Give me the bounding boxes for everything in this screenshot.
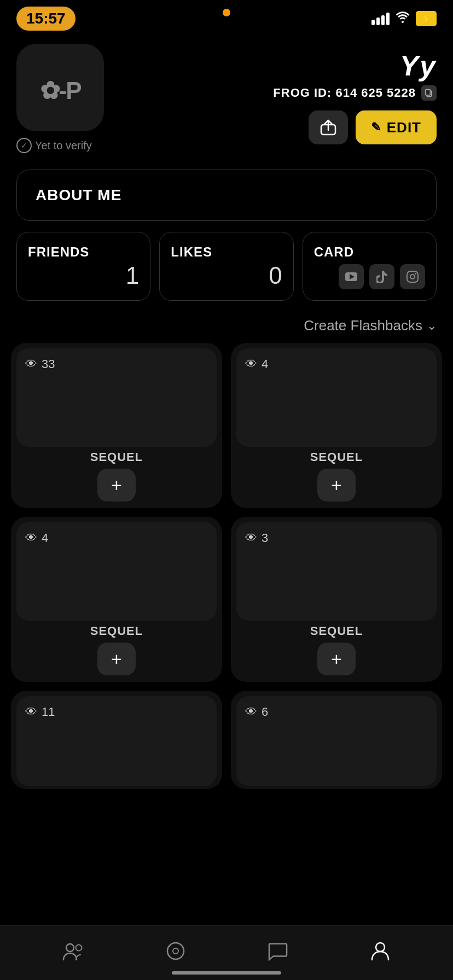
frog-id-row: FROG ID: 614 625 5228 bbox=[120, 85, 437, 101]
svg-point-7 bbox=[415, 273, 416, 275]
svg-point-11 bbox=[173, 948, 178, 954]
share-button[interactable] bbox=[309, 110, 348, 144]
views-count-2: 4 bbox=[262, 357, 268, 371]
eye-icon-1: 👁 bbox=[25, 357, 37, 371]
card-views-2: 👁 4 bbox=[245, 357, 268, 371]
signal-bars-icon bbox=[371, 13, 390, 25]
sequel-card-6[interactable]: 👁 6 bbox=[231, 691, 442, 789]
svg-rect-1 bbox=[426, 90, 431, 95]
status-time: 15:57 bbox=[16, 7, 76, 31]
svg-point-12 bbox=[376, 943, 385, 952]
status-bar: 15:57 ⚡ bbox=[0, 0, 453, 33]
svg-point-8 bbox=[66, 944, 74, 952]
sequel-card-2[interactable]: 👁 4 SEQUEL + bbox=[231, 343, 442, 508]
card-sequel-section-2: SEQUEL + bbox=[231, 450, 442, 508]
nav-messages[interactable] bbox=[259, 934, 297, 972]
profile-name: Yy bbox=[120, 49, 437, 82]
card-thumbnail-5: 👁 11 bbox=[16, 696, 217, 786]
profile-actions: ✎ EDIT bbox=[120, 110, 437, 144]
about-me-label: ABOUT ME bbox=[36, 186, 121, 204]
eye-icon-3: 👁 bbox=[25, 531, 37, 545]
avatar: ✿-P bbox=[16, 44, 104, 131]
eye-icon-6: 👁 bbox=[245, 705, 257, 719]
card-views-4: 👁 3 bbox=[245, 531, 268, 545]
edit-label: EDIT bbox=[387, 119, 421, 136]
sequel-label-3: SEQUEL bbox=[90, 624, 143, 638]
youtube-icon[interactable] bbox=[339, 264, 364, 289]
card-thumbnail-2: 👁 4 bbox=[236, 348, 437, 447]
add-sequel-button-2[interactable]: + bbox=[317, 469, 356, 501]
verify-badge: ✓ Yet to verify bbox=[16, 138, 104, 153]
likes-label: LIKES bbox=[171, 244, 282, 260]
svg-point-9 bbox=[76, 944, 82, 950]
about-me-section: ABOUT ME bbox=[0, 159, 453, 232]
profile-nav-icon bbox=[371, 941, 390, 965]
svg-point-6 bbox=[410, 275, 415, 279]
card-thumbnail-4: 👁 3 bbox=[236, 522, 437, 621]
card-thumbnail-3: 👁 4 bbox=[16, 522, 217, 621]
messages-nav-icon bbox=[268, 941, 288, 965]
views-count-1: 33 bbox=[42, 357, 55, 371]
card-label: CARD bbox=[314, 244, 425, 260]
edit-button[interactable]: ✎ EDIT bbox=[356, 110, 437, 144]
nav-explore[interactable] bbox=[156, 934, 195, 972]
explore-nav-icon bbox=[166, 941, 185, 965]
views-count-6: 6 bbox=[262, 705, 268, 719]
card-sequel-section-4: SEQUEL + bbox=[231, 624, 442, 682]
status-icons: ⚡ bbox=[371, 11, 437, 26]
views-count-4: 3 bbox=[262, 531, 268, 545]
stats-row: FRIENDS 1 LIKES 0 CARD bbox=[0, 232, 453, 312]
friends-stat-box[interactable]: FRIENDS 1 bbox=[16, 232, 150, 301]
card-stat-box[interactable]: CARD bbox=[303, 232, 437, 301]
sequel-card-1[interactable]: 👁 33 SEQUEL + bbox=[11, 343, 222, 508]
edit-pencil-icon: ✎ bbox=[371, 120, 381, 135]
views-count-5: 11 bbox=[42, 705, 55, 719]
card-sequel-section-3: SEQUEL + bbox=[11, 624, 222, 682]
friends-label: FRIENDS bbox=[28, 244, 139, 260]
sequel-label-4: SEQUEL bbox=[310, 624, 363, 638]
verify-check-icon: ✓ bbox=[16, 138, 32, 153]
eye-icon-4: 👁 bbox=[245, 531, 257, 545]
flashbacks-label[interactable]: Create Flashbacks bbox=[304, 317, 422, 334]
wifi-icon bbox=[395, 11, 410, 26]
tiktok-icon[interactable] bbox=[369, 264, 394, 289]
card-social-icons bbox=[314, 264, 425, 289]
eye-icon-2: 👁 bbox=[245, 357, 257, 371]
sequel-label-1: SEQUEL bbox=[90, 450, 143, 464]
card-views-3: 👁 4 bbox=[25, 531, 48, 545]
sequel-card-4[interactable]: 👁 3 SEQUEL + bbox=[231, 517, 442, 682]
sequel-label-2: SEQUEL bbox=[310, 450, 363, 464]
orange-dot bbox=[223, 9, 230, 16]
friends-value: 1 bbox=[28, 262, 139, 289]
card-views-1: 👁 33 bbox=[25, 357, 55, 371]
friends-nav-icon bbox=[62, 941, 84, 965]
nav-profile[interactable] bbox=[361, 934, 399, 972]
card-views-5: 👁 11 bbox=[25, 705, 55, 719]
verify-text: Yet to verify bbox=[35, 139, 92, 152]
chevron-down-icon[interactable]: ⌄ bbox=[427, 319, 437, 333]
about-me-box[interactable]: ABOUT ME bbox=[16, 170, 437, 221]
card-views-6: 👁 6 bbox=[245, 705, 268, 719]
card-thumbnail-1: 👁 33 bbox=[16, 348, 217, 447]
add-sequel-button-1[interactable]: + bbox=[97, 469, 136, 501]
sequel-cards-grid: 👁 33 SEQUEL + 👁 4 SEQUEL + 👁 4 bbox=[0, 343, 453, 849]
sequel-card-3[interactable]: 👁 4 SEQUEL + bbox=[11, 517, 222, 682]
copy-icon[interactable] bbox=[421, 85, 437, 101]
card-sequel-section-1: SEQUEL + bbox=[11, 450, 222, 508]
avatar-container: ✿-P ✓ Yet to verify bbox=[16, 44, 104, 153]
eye-icon-5: 👁 bbox=[25, 705, 37, 719]
views-count-3: 4 bbox=[42, 531, 48, 545]
likes-value: 0 bbox=[171, 262, 282, 289]
add-sequel-button-3[interactable]: + bbox=[97, 643, 136, 675]
card-thumbnail-6: 👁 6 bbox=[236, 696, 437, 786]
nav-friends[interactable] bbox=[54, 934, 92, 972]
likes-stat-box[interactable]: LIKES 0 bbox=[159, 232, 293, 301]
home-indicator bbox=[172, 971, 281, 975]
svg-rect-5 bbox=[407, 271, 418, 282]
sequel-card-5[interactable]: 👁 11 bbox=[11, 691, 222, 789]
add-sequel-button-4[interactable]: + bbox=[317, 643, 356, 675]
instagram-icon[interactable] bbox=[400, 264, 425, 289]
profile-info: Yy FROG ID: 614 625 5228 ✎ EDIT bbox=[120, 44, 437, 144]
avatar-image: ✿-P bbox=[40, 69, 81, 107]
flashbacks-header: Create Flashbacks ⌄ bbox=[0, 312, 453, 343]
